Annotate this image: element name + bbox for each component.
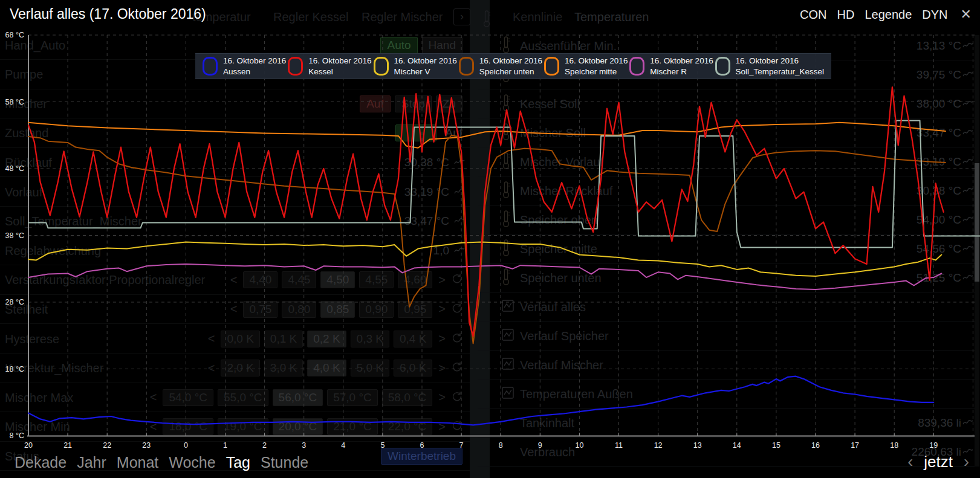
chart-legend: 16. Oktober 2016Aussen16. Oktober 2016Ke…	[195, 53, 831, 79]
range-tab-dekade[interactable]: Dekade	[15, 454, 67, 471]
window-titlebar: Verlauf alles (17. Oktober 2016) CONHDLe…	[0, 0, 980, 28]
y-tick-label: 8 °C	[10, 431, 24, 440]
legend-item-mischer-r[interactable]: 16. Oktober 2016Mischer R	[629, 56, 713, 77]
legend-label: 16. Oktober 2016Aussen	[223, 56, 286, 77]
legend-item-soll-temperatur-kessel[interactable]: 16. Oktober 2016Soll_Temperatur_Kessel	[715, 56, 824, 77]
prev-chevron[interactable]: ‹	[907, 454, 913, 470]
range-tab-woche[interactable]: Woche	[169, 454, 215, 471]
legend-label: 16. Oktober 2016Speicher unten	[479, 56, 542, 77]
series-line-speicher-mitte	[28, 123, 946, 148]
series-line-speicher-unten	[28, 135, 946, 344]
titlebar-button-dyn[interactable]: DYN	[922, 8, 947, 22]
legend-item-speicher-unten[interactable]: 16. Oktober 2016Speicher unten	[459, 56, 542, 77]
series-line-mischer-r	[28, 264, 941, 289]
bottom-bar: DekadeJahrMonatWocheTagStunde ‹ jetzt ›	[0, 441, 980, 478]
time-navigation: ‹ jetzt ›	[907, 453, 969, 471]
chart-grid	[28, 35, 975, 436]
chart-axes: 2021222301234567891011121314151617181968…	[5, 31, 975, 450]
legend-label: 16. Oktober 2016Mischer V	[394, 56, 457, 77]
legend-label: 16. Oktober 2016Kessel	[308, 56, 371, 77]
range-tab-tag[interactable]: Tag	[226, 454, 250, 471]
range-tabs: DekadeJahrMonatWocheTagStunde	[15, 454, 308, 471]
legend-swatch	[544, 57, 559, 76]
y-tick-label: 28 °C	[5, 298, 24, 306]
now-button[interactable]: jetzt	[924, 453, 953, 471]
next-chevron[interactable]: ›	[964, 454, 969, 470]
y-tick-label: 68 °C	[5, 31, 24, 39]
range-tab-jahr[interactable]: Jahr	[77, 454, 106, 471]
legend-item-kessel[interactable]: 16. Oktober 2016Kessel	[288, 56, 371, 77]
legend-swatch	[203, 57, 218, 76]
legend-item-speicher-mitte[interactable]: 16. Oktober 2016Speicher mitte	[544, 56, 628, 77]
y-tick-label: 18 °C	[5, 365, 24, 373]
y-tick-label: 38 °C	[5, 231, 24, 240]
series-line-aussen	[28, 376, 933, 425]
titlebar-button-legende[interactable]: Legende	[865, 8, 912, 22]
y-tick-label: 48 °C	[5, 164, 24, 173]
titlebar-button-hd[interactable]: HD	[837, 8, 855, 22]
legend-swatch	[288, 57, 303, 76]
legend-item-aussen[interactable]: 16. Oktober 2016Aussen	[203, 56, 286, 77]
legend-swatch	[715, 57, 730, 76]
legend-swatch	[374, 57, 389, 76]
chart-series	[28, 87, 980, 425]
legend-label: 16. Oktober 2016Speicher mitte	[565, 56, 628, 77]
app-root: temperaturRegler KesselRegler Mischer›Ke…	[0, 0, 980, 478]
titlebar-button-con[interactable]: CON	[800, 8, 826, 22]
close-icon[interactable]: ✕	[961, 7, 972, 22]
range-tab-stunde[interactable]: Stunde	[261, 454, 308, 471]
y-tick-label: 58 °C	[5, 98, 24, 106]
legend-swatch	[459, 57, 474, 76]
window-title: Verlauf alles (17. Oktober 2016)	[10, 6, 206, 22]
legend-label: 16. Oktober 2016Soll_Temperatur_Kessel	[736, 56, 824, 77]
legend-label: 16. Oktober 2016Mischer R	[650, 56, 713, 77]
titlebar-controls: CONHDLegendeDYN✕	[800, 7, 972, 22]
legend-swatch	[629, 57, 644, 76]
range-tab-monat[interactable]: Monat	[117, 454, 158, 471]
legend-item-mischer-v[interactable]: 16. Oktober 2016Mischer V	[374, 56, 457, 77]
